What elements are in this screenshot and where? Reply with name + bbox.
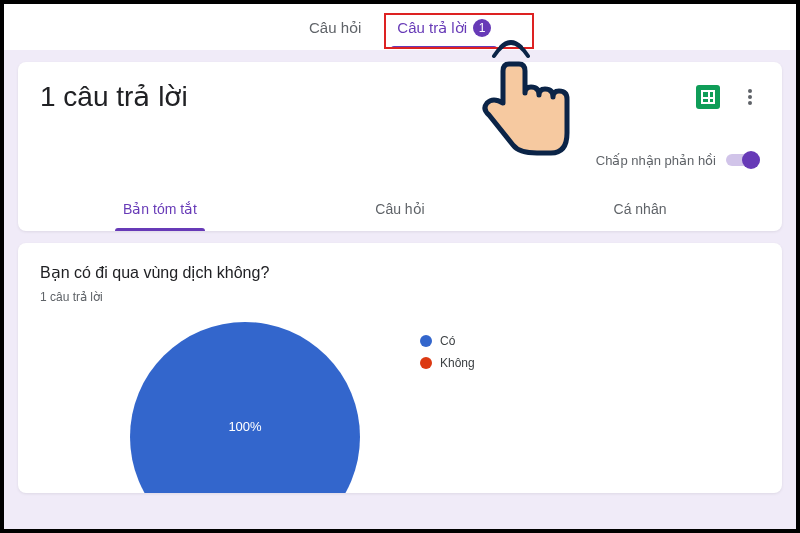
subtab-individual[interactable]: Cá nhân [520, 187, 760, 231]
tab-questions-label: Câu hỏi [309, 19, 361, 37]
subtab-summary-label: Bản tóm tắt [123, 201, 197, 217]
tab-responses[interactable]: Câu trả lời 1 [393, 9, 495, 49]
subtab-individual-label: Cá nhân [614, 201, 667, 217]
accept-responses-toggle[interactable] [726, 151, 760, 169]
legend-swatch-no [420, 357, 432, 369]
main-tabs: Câu hỏi Câu trả lời 1 [4, 4, 796, 50]
subtab-question[interactable]: Câu hỏi [280, 187, 520, 231]
legend-item-yes: Có [420, 334, 475, 348]
accept-responses-label: Chấp nhận phản hồi [596, 153, 716, 168]
pie-chart: 100% [130, 322, 360, 493]
question-response-count: 1 câu trả lời [40, 290, 760, 304]
legend-swatch-yes [420, 335, 432, 347]
tab-questions[interactable]: Câu hỏi [305, 9, 365, 49]
question-title: Bạn có đi qua vùng dịch không? [40, 263, 760, 282]
title-actions [696, 85, 760, 109]
legend-label-no: Không [440, 356, 475, 370]
title-row: 1 câu trả lời [40, 80, 760, 113]
accept-responses-row: Chấp nhận phản hồi [40, 151, 760, 169]
responses-header-card: 1 câu trả lời Chấp nhận phản hồi Bản tóm… [18, 62, 782, 231]
legend-item-no: Không [420, 356, 475, 370]
subtab-summary[interactable]: Bản tóm tắt [40, 187, 280, 231]
sheets-icon[interactable] [696, 85, 720, 109]
responses-title: 1 câu trả lời [40, 80, 188, 113]
responses-page: 1 câu trả lời Chấp nhận phản hồi Bản tóm… [4, 50, 796, 529]
legend-label-yes: Có [440, 334, 455, 348]
tab-responses-label: Câu trả lời [397, 19, 467, 37]
responses-count-badge: 1 [473, 19, 491, 37]
pie-center-label: 100% [228, 418, 261, 433]
pie-chart-area: 100% Có Không [40, 322, 760, 493]
subtab-question-label: Câu hỏi [375, 201, 424, 217]
more-vert-icon[interactable] [740, 87, 760, 107]
summary-card: Bạn có đi qua vùng dịch không? 1 câu trả… [18, 243, 782, 493]
pie-legend: Có Không [420, 334, 475, 370]
responses-subtabs: Bản tóm tắt Câu hỏi Cá nhân [40, 187, 760, 231]
